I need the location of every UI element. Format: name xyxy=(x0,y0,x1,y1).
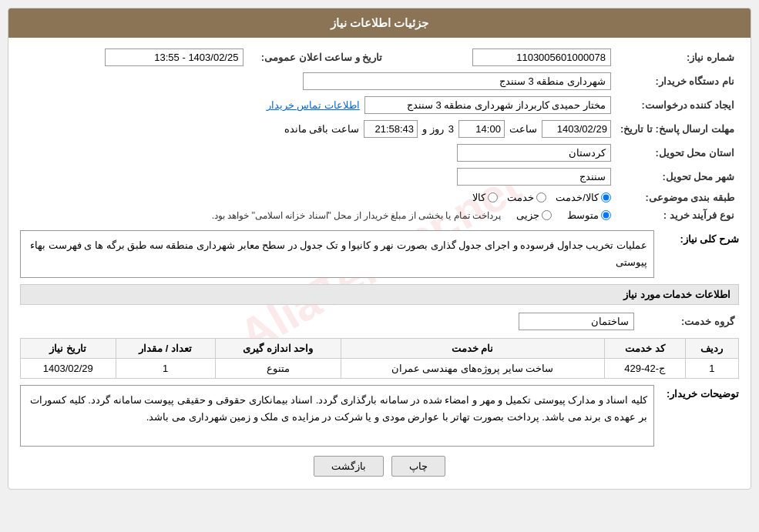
cell-service-name: ساخت سایر پروژه‌های مهندسی عمران xyxy=(341,359,604,379)
cell-measure-unit: متنوع xyxy=(215,359,341,379)
buttons-row: چاپ بازگشت xyxy=(20,456,739,477)
category-kala-label: کالا xyxy=(472,192,485,203)
creator-value: مختار حمیدی کاربرداز شهرداری منطقه 3 سنن… xyxy=(364,96,611,114)
deadline-time-label: ساعت xyxy=(509,123,537,135)
general-desc-label: شرح کلی نیاز: xyxy=(662,230,739,245)
print-button[interactable]: چاپ xyxy=(391,456,445,477)
province-value: کردستان xyxy=(457,144,611,162)
category-kala-radio[interactable] xyxy=(488,192,498,202)
deadline-date: 1403/02/29 xyxy=(542,120,611,138)
need-number-value: 1103005601000078 xyxy=(472,49,611,66)
col-measure-unit: واحد اندازه گیری xyxy=(215,339,341,359)
cell-quantity: 1 xyxy=(116,359,215,379)
city-value: سنندج xyxy=(457,168,611,186)
purchase-type-label: نوع فرآیند خرید : xyxy=(616,206,739,224)
category-khadamat-radio[interactable] xyxy=(536,192,546,202)
category-kala-item: کالا xyxy=(472,192,498,203)
purchase-motavaset-item: متوسط xyxy=(567,209,611,221)
announce-datetime-label: تاریخ و ساعت اعلان عمومی: xyxy=(248,45,387,69)
cell-need-date: 1403/02/29 xyxy=(21,359,116,379)
buyer-notes-value: کلیه اسناد و مدارک پیوستی تکمیل و مهر و … xyxy=(20,385,654,447)
purchase-motavaset-label: متوسط xyxy=(567,209,599,221)
card-header: جزئیات اطلاعات نیاز xyxy=(8,8,751,38)
purchase-type-row: متوسط جزیی پرداخت تمام یا بخشی از مبلغ خ… xyxy=(25,209,611,221)
category-radio-group: کالا/خدمت خدمت کالا xyxy=(25,192,611,203)
watermark-container: AliaTender.net شماره نیاز: 1103005601000… xyxy=(20,45,739,477)
remaining-days: 3 xyxy=(448,123,454,135)
col-service-code: کد خدمت xyxy=(604,339,685,359)
back-button[interactable]: بازگشت xyxy=(314,456,384,477)
remaining-time-label: ساعت باقی مانده xyxy=(284,123,359,135)
card-body: AliaTender.net شماره نیاز: 1103005601000… xyxy=(8,38,751,489)
table-row: 1 ج-42-429 ساخت سایر پروژه‌های مهندسی عم… xyxy=(21,359,739,379)
creator-contact-link[interactable]: اطلاعات تماس خریدار xyxy=(267,99,360,111)
remaining-days-label: روز و xyxy=(422,123,444,135)
buyer-notes-label: توضیحات خریدار: xyxy=(662,385,739,400)
col-quantity: تعداد / مقدار xyxy=(116,339,215,359)
col-row-num: ردیف xyxy=(685,339,738,359)
creator-label: ایجاد کننده درخواست: xyxy=(616,93,739,117)
page-title: جزئیات اطلاعات نیاز xyxy=(331,16,428,29)
service-table: ردیف کد خدمت نام خدمت واحد اندازه گیری ت… xyxy=(20,338,739,379)
buyer-notes-section: توضیحات خریدار: کلیه اسناد و مدارک پیوست… xyxy=(20,385,739,447)
service-group-label: گروه خدمت: xyxy=(639,309,739,333)
purchase-jozii-item: جزیی xyxy=(516,209,552,221)
category-khadamat-item: خدمت xyxy=(507,192,546,203)
purchase-jozii-label: جزیی xyxy=(516,209,539,221)
purchase-note: پرداخت تمام یا بخشی از مبلغ خریدار از مح… xyxy=(212,210,501,221)
category-label: طبقه بندی موضوعی: xyxy=(616,189,739,206)
cell-row-num: 1 xyxy=(685,359,738,379)
category-kala-khadamat-item: کالا/خدمت xyxy=(556,192,611,203)
purchase-jozii-radio[interactable] xyxy=(542,210,552,220)
service-group-value: ساختمان xyxy=(519,313,634,330)
deadline-time: 14:00 xyxy=(458,120,505,138)
category-kala-khadamat-label: کالا/خدمت xyxy=(556,192,599,203)
purchase-motavaset-radio[interactable] xyxy=(601,210,611,220)
category-khadamat-label: خدمت xyxy=(507,192,534,203)
province-label: استان محل تحویل: xyxy=(616,141,739,165)
content: شماره نیاز: 1103005601000078 تاریخ و ساع… xyxy=(20,45,739,477)
main-card: جزئیات اطلاعات نیاز AliaTender.net شماره… xyxy=(8,8,751,490)
service-group-table: گروه خدمت: ساختمان xyxy=(20,309,739,333)
buyer-org-label: نام دستگاه خریدار: xyxy=(616,69,739,93)
category-kala-khadamat-radio[interactable] xyxy=(601,192,611,202)
service-info-title: اطلاعات خدمات مورد نیاز xyxy=(20,284,739,305)
buyer-org-value: شهرداری منطقه 3 سنندج xyxy=(303,72,611,90)
city-label: شهر محل تحویل: xyxy=(616,165,739,189)
general-desc-section: شرح کلی نیاز: عملیات تخریب جداول فرسوده … xyxy=(20,230,739,278)
page-container: جزئیات اطلاعات نیاز AliaTender.net شماره… xyxy=(0,0,759,532)
need-number-label: شماره نیاز: xyxy=(616,45,739,69)
general-desc-value: عملیات تخریب جداول فرسوده و اجرای جدول گ… xyxy=(20,230,654,278)
col-need-date: تاریخ نیاز xyxy=(21,339,116,359)
remaining-time: 21:58:43 xyxy=(364,120,418,138)
col-service-name: نام خدمت xyxy=(341,339,604,359)
cell-service-code: ج-42-429 xyxy=(604,359,685,379)
need-number-row: شماره نیاز: 1103005601000078 تاریخ و ساع… xyxy=(20,45,739,224)
response-deadline-label: مهلت ارسال پاسخ: تا تاریخ: xyxy=(616,117,739,141)
announce-datetime-value: 1403/02/25 - 13:55 xyxy=(105,49,243,66)
